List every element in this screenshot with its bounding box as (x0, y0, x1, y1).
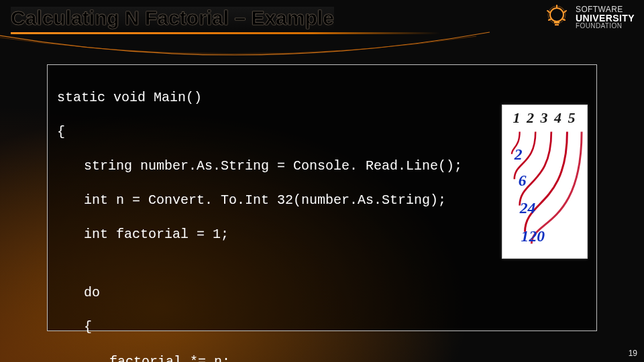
factorial-step: 120 (521, 227, 545, 245)
logo-text: SOFTWARE UNIVERSITY FOUNDATION (576, 5, 635, 29)
svg-point-0 (550, 8, 564, 21)
factorial-step: 6 (519, 172, 527, 189)
factorial-step: 2 (514, 145, 523, 163)
logo-line2: UNIVERSITY (576, 13, 635, 23)
softuni-logo: SOFTWARE UNIVERSITY FOUNDATION (543, 4, 635, 31)
factorial-inputs: 1 2 3 4 5 (505, 109, 584, 127)
lightbulb-icon (543, 4, 570, 31)
factorial-step: 24 (519, 199, 536, 217)
title-underline (11, 32, 440, 34)
factorial-arcs-icon: 2 6 24 120 (505, 127, 584, 247)
slide-number: 19 (629, 349, 637, 358)
slide-title: Calculating N Factorial – Example (11, 7, 334, 29)
code-line: static void Main() (57, 89, 587, 107)
code-line: do (84, 284, 587, 302)
factorial-illustration: 1 2 3 4 5 2 6 24 120 (502, 105, 588, 259)
code-line: { (84, 318, 587, 336)
code-line: factorial *= n; (109, 353, 587, 363)
logo-line3: FOUNDATION (576, 23, 635, 29)
